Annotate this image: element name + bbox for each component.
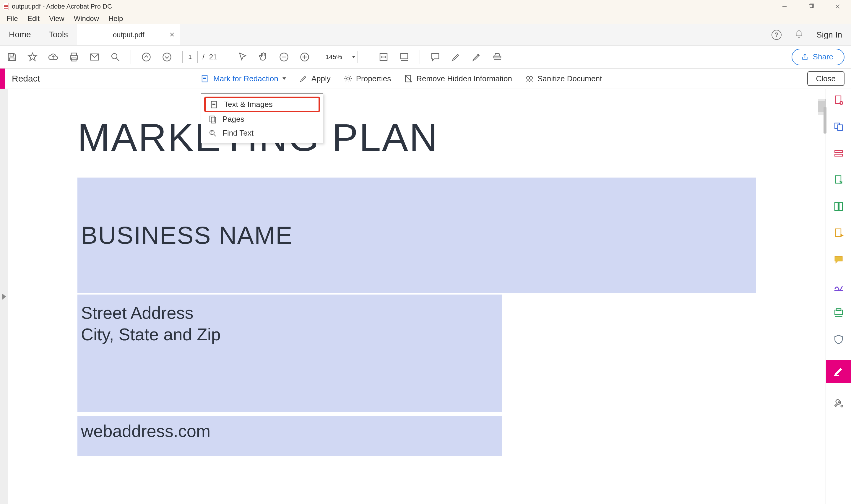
export-pdf-icon[interactable] <box>832 174 845 186</box>
send-for-comments-icon[interactable] <box>832 227 845 239</box>
more-tools-icon[interactable] <box>832 397 845 410</box>
tab-strip: Home Tools output.pdf ✕ ? Sign In <box>0 24 851 46</box>
find-text-icon: T <box>208 129 217 138</box>
main-toolbar: / 21 145% Share <box>0 46 851 69</box>
fit-page-icon[interactable] <box>399 52 410 62</box>
page-current-input[interactable] <box>182 51 198 63</box>
notifications-icon[interactable] <box>795 30 803 40</box>
page-sep: / <box>202 53 204 61</box>
sanitize-button[interactable]: Sanitize Document <box>525 74 602 83</box>
cloud-upload-icon[interactable] <box>48 52 58 62</box>
remove-hidden-button[interactable]: Remove Hidden Information <box>404 74 512 83</box>
maximize-button[interactable] <box>798 0 825 13</box>
sanitize-icon <box>525 74 534 83</box>
minimize-button[interactable] <box>771 0 798 13</box>
svg-rect-39 <box>835 229 841 236</box>
left-panel-toggle[interactable] <box>0 89 8 504</box>
text-images-icon <box>210 100 219 109</box>
selection-tool-icon[interactable] <box>237 52 248 62</box>
svg-rect-35 <box>835 154 842 156</box>
remove-hidden-label: Remove Hidden Information <box>416 74 512 83</box>
edit-pdf-icon[interactable] <box>832 147 845 160</box>
panel-handle[interactable] <box>823 107 827 133</box>
scan-ocr-icon[interactable] <box>832 307 845 319</box>
pages-icon <box>208 115 217 124</box>
dropdown-pages-label: Pages <box>222 115 245 124</box>
mark-for-redaction-button[interactable]: Mark for Redaction <box>201 74 286 83</box>
dropdown-text-images-label: Text & Images <box>224 100 273 109</box>
create-pdf-icon[interactable] <box>832 94 845 106</box>
svg-rect-20 <box>401 53 408 59</box>
remove-hidden-icon <box>404 74 413 83</box>
save-icon[interactable] <box>6 52 17 62</box>
dropdown-text-images[interactable]: Text & Images <box>204 96 320 112</box>
star-icon[interactable] <box>27 52 38 62</box>
zoom-out-icon[interactable] <box>279 52 289 62</box>
protect-icon[interactable] <box>832 333 845 346</box>
web-address: webaddress.com <box>81 421 502 441</box>
sanitize-label: Sanitize Document <box>538 74 602 83</box>
address-line-2: City, State and Zip <box>81 324 502 345</box>
search-icon[interactable] <box>110 52 121 62</box>
fit-width-icon[interactable] <box>378 52 389 62</box>
document-area: MARKETING PLAN BUSINESS NAME Street Addr… <box>0 89 826 504</box>
redact-tool-icon[interactable] <box>826 360 851 383</box>
redact-toolbar: Redact Mark for Redaction Apply Properti… <box>0 69 851 89</box>
pdf-page[interactable]: MARKETING PLAN BUSINESS NAME Street Addr… <box>8 97 808 456</box>
right-tool-rail <box>826 89 851 504</box>
share-icon <box>801 53 809 61</box>
close-window-button[interactable] <box>825 0 851 13</box>
apply-button[interactable]: Apply <box>299 74 331 83</box>
pdf-file-icon <box>3 3 9 10</box>
zoom-select[interactable]: 145% <box>320 51 358 63</box>
comment-tool-icon[interactable] <box>832 253 845 266</box>
share-button[interactable]: Share <box>792 49 845 65</box>
page-down-icon[interactable] <box>162 52 172 62</box>
svg-rect-34 <box>835 151 842 152</box>
zoom-dropdown-icon[interactable] <box>349 51 358 63</box>
stamp-icon[interactable] <box>492 52 503 62</box>
window-title: output.pdf - Adobe Acrobat Pro DC <box>12 3 112 10</box>
mark-redaction-icon <box>201 74 210 83</box>
help-icon[interactable]: ? <box>772 30 782 40</box>
draw-icon[interactable] <box>471 52 482 62</box>
close-tab-icon[interactable]: ✕ <box>169 31 175 39</box>
svg-rect-38 <box>839 203 842 210</box>
svg-rect-36 <box>835 176 841 183</box>
email-icon[interactable] <box>89 52 100 62</box>
print-icon[interactable] <box>69 52 79 62</box>
dropdown-pages[interactable]: Pages <box>201 112 323 126</box>
page-total: 21 <box>209 53 217 61</box>
menu-help[interactable]: Help <box>104 13 128 24</box>
doc-title: MARKETING PLAN <box>77 115 808 160</box>
dropdown-find-text[interactable]: T Find Text <box>201 126 323 140</box>
zoom-in-icon[interactable] <box>299 52 310 62</box>
close-redact-button[interactable]: Close <box>807 71 845 86</box>
share-label: Share <box>813 52 833 61</box>
fill-sign-icon[interactable] <box>832 280 845 292</box>
menu-file[interactable]: File <box>2 13 23 24</box>
sign-in-link[interactable]: Sign In <box>816 30 842 40</box>
menu-edit[interactable]: Edit <box>23 13 44 24</box>
svg-rect-5 <box>10 58 14 60</box>
tab-document[interactable]: output.pdf ✕ <box>77 24 180 45</box>
redact-accent <box>0 69 5 89</box>
tab-tools[interactable]: Tools <box>40 24 77 45</box>
comment-icon[interactable] <box>430 52 440 62</box>
window-controls <box>771 0 851 13</box>
business-name-text: BUSINESS NAME <box>81 221 293 250</box>
properties-button[interactable]: Properties <box>344 74 391 83</box>
svg-rect-37 <box>835 203 838 210</box>
apply-label: Apply <box>311 74 331 83</box>
tab-home[interactable]: Home <box>0 24 40 45</box>
page-up-icon[interactable] <box>141 52 151 62</box>
properties-label: Properties <box>356 74 391 83</box>
organize-pages-icon[interactable] <box>832 200 845 213</box>
hand-tool-icon[interactable] <box>258 52 269 62</box>
combine-files-icon[interactable] <box>832 121 845 133</box>
menu-view[interactable]: View <box>44 13 69 24</box>
menu-bar: File Edit View Window Help <box>0 13 851 24</box>
svg-point-25 <box>347 77 349 80</box>
menu-window[interactable]: Window <box>69 13 104 24</box>
highlight-icon[interactable] <box>451 52 461 62</box>
